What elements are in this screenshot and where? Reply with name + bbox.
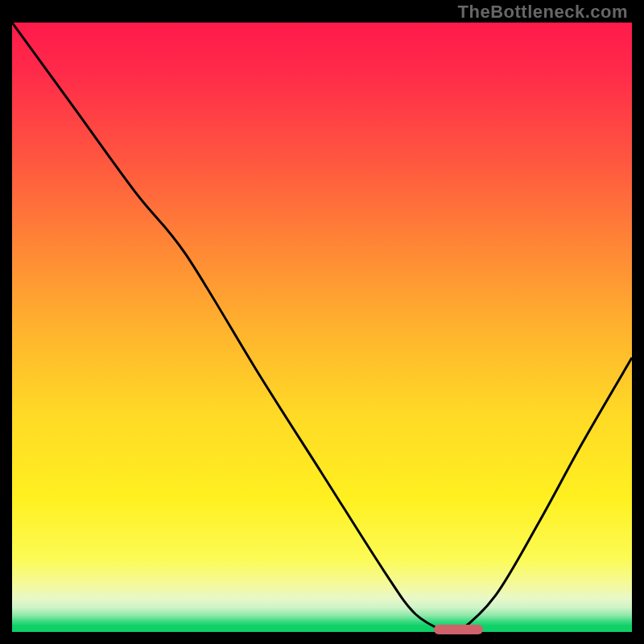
bottleneck-curve	[12, 23, 632, 632]
plot-area	[12, 23, 632, 632]
optimal-range-marker	[434, 625, 484, 634]
chart-frame: TheBottleneck.com	[0, 0, 644, 644]
curve-path	[12, 23, 632, 632]
watermark-text: TheBottleneck.com	[458, 2, 628, 23]
